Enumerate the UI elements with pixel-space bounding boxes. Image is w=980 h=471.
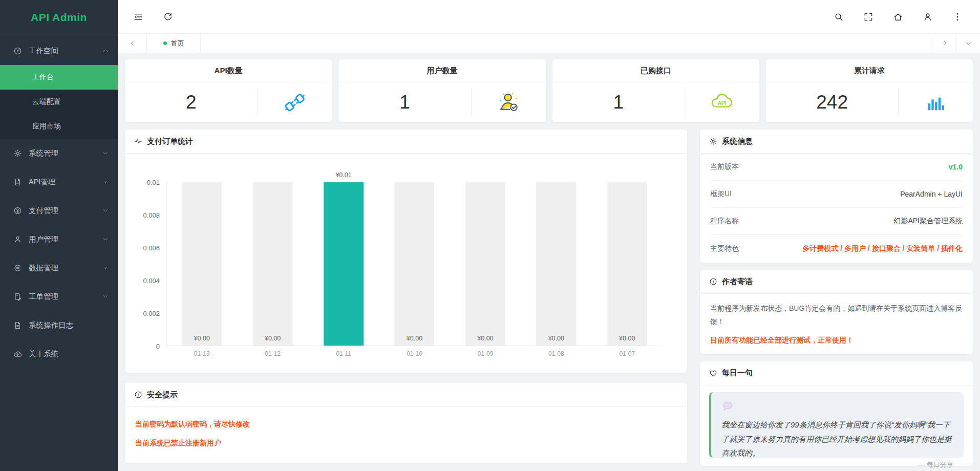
collapse-sidebar-button[interactable]: [133, 12, 143, 22]
sidebar-item-api-mgmt[interactable]: API管理: [0, 167, 118, 196]
quote-text: 我坐在窗边给你发了99条消息你终于肯回我了你说“发你妈啊”我一下子就哭了原来努力…: [721, 418, 953, 460]
sidebar-item-app-market[interactable]: 应用市场: [0, 114, 118, 139]
more-menu-button[interactable]: [952, 12, 963, 22]
info-circle-icon: [709, 277, 717, 286]
daily-quote-panel: 每日一句 我坐在窗边给你发了99条消息你终于肯回我了你说“发你妈啊”我一下子就哭…: [700, 361, 973, 466]
chart-bar[interactable]: ¥0.0001-12: [237, 182, 308, 346]
api-cloud-icon: [710, 91, 734, 114]
bar-value-label: ¥0.00: [166, 335, 237, 342]
document-icon: [13, 178, 22, 186]
sidebar-item-ticket-mgmt[interactable]: 工单管理: [0, 282, 118, 311]
speech-bubble-icon: [721, 400, 734, 413]
quote-attribution: — 每日分享: [721, 460, 953, 469]
sidebar-item-label: 工作台: [32, 73, 54, 82]
gear-icon: [709, 137, 717, 145]
panel-title: 每日一句: [722, 368, 753, 378]
sidebar-item-label: 系统管理: [29, 148, 58, 158]
sidebar-item-system-mgmt[interactable]: 系统管理: [0, 139, 118, 167]
chevron-down-icon: [102, 236, 109, 242]
chevron-down-icon: [102, 265, 109, 271]
bar-background: [607, 182, 647, 346]
search-button[interactable]: [834, 12, 844, 22]
sidebar-item-about-system[interactable]: 关于系统: [0, 339, 118, 368]
y-axis-tick: 0.01: [147, 179, 160, 186]
home-button[interactable]: [893, 12, 903, 22]
chart-bar[interactable]: ¥0.0001-07: [592, 182, 663, 346]
info-row-program-name: 程序名称 幻影API聚合管理系统: [710, 208, 963, 235]
sidebar-item-label: 用户管理: [29, 234, 58, 244]
chart-bar[interactable]: ¥0.0001-09: [450, 182, 521, 346]
sidebar-item-label: 工单管理: [29, 292, 58, 302]
tabs-scroll-right-button[interactable]: [933, 34, 956, 53]
sidebar-item-label: 云端配置: [32, 97, 61, 106]
toolbar-left: [133, 12, 173, 22]
y-axis-tick: 0.008: [143, 211, 160, 219]
chart-bar[interactable]: ¥0.0101-11: [308, 182, 379, 346]
y-axis-tick: 0.004: [143, 277, 160, 285]
chevron-down-icon: [102, 293, 109, 299]
y-axis-tick: 0.002: [143, 310, 160, 317]
info-label: 主要特色: [710, 244, 739, 253]
stat-title: API数量: [125, 59, 332, 82]
user-profile-button[interactable]: [923, 12, 933, 22]
cloud-upload-icon: [13, 350, 22, 358]
app-window: API Admin 工作空间 工作台 云端配置 应用市场 系统管理: [0, 0, 980, 471]
refresh-button[interactable]: [163, 12, 173, 22]
sidebar-item-workbench[interactable]: 工作台: [0, 65, 118, 90]
stat-title: 累计请求: [766, 59, 973, 82]
x-axis-label: 01-10: [379, 350, 450, 357]
plug-icon: [283, 91, 307, 114]
x-axis-label: 01-09: [450, 350, 521, 357]
stat-value: 1: [338, 92, 471, 113]
app-logo: API Admin: [0, 0, 118, 34]
info-row-features: 主要特色 多计费模式 / 多用户 / 接口聚合 / 安装简单 / 插件化: [710, 235, 963, 262]
security-tip-line: 当前密码为默认弱密码，请尽快修改: [135, 420, 677, 429]
bar-value-label: ¥0.01: [308, 172, 379, 179]
bar-value-label: ¥0.00: [379, 335, 450, 342]
yen-circle-icon: [13, 206, 22, 215]
toolbar-right: [834, 12, 963, 22]
tabs-dropdown-button[interactable]: [956, 34, 980, 53]
sidebar-item-user-mgmt[interactable]: 用户管理: [0, 225, 118, 253]
info-value: 多计费模式 / 多用户 / 接口聚合 / 安装简单 / 插件化: [802, 244, 963, 253]
sidebar-item-operation-log[interactable]: 系统操作日志: [0, 311, 118, 339]
info-row-framework: 框架UI PearAdmin + LayUI: [710, 181, 963, 208]
quote-card: 我坐在窗边给你发了99条消息你终于肯回我了你说“发你妈啊”我一下子就哭了原来努力…: [709, 392, 964, 458]
chevron-down-icon: [102, 179, 109, 185]
chart-bar[interactable]: ¥0.0001-08: [521, 182, 591, 346]
stat-card-user-count: 用户数量 1: [338, 59, 545, 122]
chart-bar[interactable]: ¥0.0001-10: [379, 182, 450, 346]
chart-bar[interactable]: ¥0.0001-13: [166, 182, 237, 346]
fullscreen-button[interactable]: [863, 12, 874, 22]
chevron-up-icon: [102, 48, 109, 54]
security-tip-line: 当前系统已禁止注册新用户: [135, 439, 677, 448]
payment-orders-chart-panel: 支付订单统计 0.010.0080.0060.0040.0020 ¥0.0001…: [125, 130, 687, 373]
sidebar-item-data-mgmt[interactable]: 数据管理: [0, 253, 118, 282]
tab-home[interactable]: 首页: [146, 34, 201, 53]
user-check-icon: [497, 91, 520, 114]
tab-bar: 首页: [118, 34, 980, 53]
bar-fill: [324, 182, 364, 346]
sidebar-item-payment-mgmt[interactable]: 支付管理: [0, 196, 118, 225]
workspace-submenu: 工作台 云端配置 应用市场: [0, 65, 118, 139]
version-badge: v1.0: [949, 163, 963, 171]
bar-background: [253, 182, 293, 346]
user-icon: [13, 235, 22, 244]
sidebar-item-label: 系统操作日志: [29, 320, 73, 330]
stat-card-purchased-apis: 已购接口 1: [552, 59, 759, 122]
chart-plot[interactable]: ¥0.0001-13¥0.0001-12¥0.0101-11¥0.0001-10…: [166, 182, 663, 346]
sidebar-item-workspace[interactable]: 工作空间: [0, 36, 118, 65]
tabs-scroll-left-button[interactable]: [118, 34, 146, 53]
stat-value: 2: [125, 92, 258, 113]
sidebar-item-label: 应用市场: [32, 122, 61, 131]
sidebar-item-cloud-config[interactable]: 云端配置: [0, 90, 118, 114]
panel-title: 安全提示: [147, 390, 178, 400]
sidebar-item-label: 支付管理: [29, 206, 58, 216]
info-row-version: 当前版本 v1.0: [710, 154, 963, 181]
x-axis-label: 01-11: [308, 350, 379, 357]
bar-background: [537, 182, 577, 346]
bar-value-label: ¥0.00: [237, 335, 308, 342]
heart-icon: [709, 369, 717, 377]
pulse-icon: [134, 137, 142, 145]
sidebar-item-label: 数据管理: [29, 263, 58, 273]
